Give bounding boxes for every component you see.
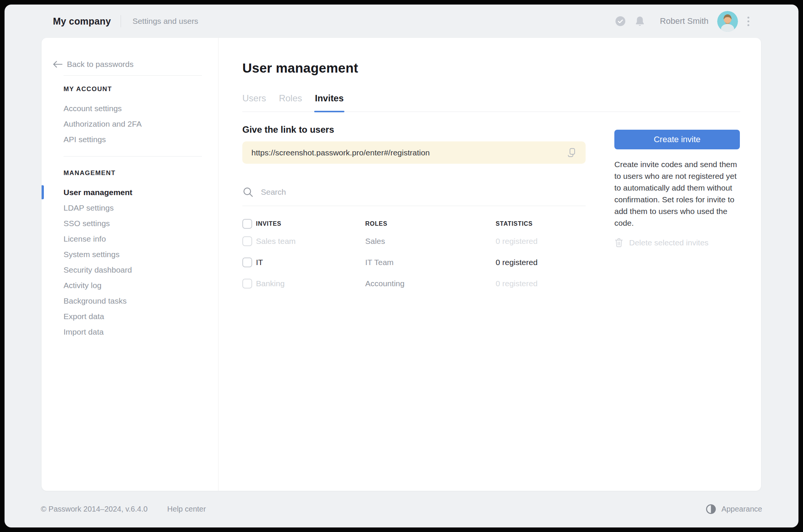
column-header-statistics: STATISTICS bbox=[496, 220, 586, 227]
sidebar-item-ldap-settings[interactable]: LDAP settings bbox=[64, 200, 211, 216]
invite-statistics: 0 registered bbox=[496, 279, 586, 288]
delete-label: Delete selected invites bbox=[629, 238, 708, 247]
footer-left: © Passwork 2014–2024, v.6.4.0 Help cente… bbox=[41, 505, 206, 513]
sidebar-item-api-settings[interactable]: API settings bbox=[64, 132, 211, 147]
tab-users[interactable]: Users bbox=[242, 93, 266, 112]
company-name: My company bbox=[53, 16, 111, 27]
page-title: User management bbox=[242, 60, 740, 76]
kebab-menu-icon[interactable] bbox=[746, 15, 751, 28]
search-icon bbox=[242, 186, 254, 198]
sidebar-item-account-settings[interactable]: Account settings bbox=[64, 101, 211, 116]
footer: © Passwork 2014–2024, v.6.4.0 Help cente… bbox=[41, 491, 762, 527]
copy-link-icon[interactable] bbox=[565, 146, 578, 159]
sidebar-heading-management: MANAGEMENT bbox=[64, 169, 116, 177]
back-label: Back to passwords bbox=[67, 60, 133, 69]
topbar: My company Settings and users Robert Smi… bbox=[5, 5, 798, 38]
sidebar-item-background-tasks[interactable]: Background tasks bbox=[64, 293, 211, 309]
invite-statistics: 0 registered bbox=[496, 258, 586, 267]
invites-table: INVITES ROLES STATISTICS Sales team Sale… bbox=[242, 217, 586, 294]
invite-statistics: 0 registered bbox=[496, 237, 586, 246]
avatar[interactable] bbox=[717, 11, 738, 32]
topbar-right: Robert Smith bbox=[615, 11, 751, 32]
topbar-left: My company Settings and users bbox=[53, 15, 198, 27]
sidebar: Back to passwords MY ACCOUNT Account set… bbox=[42, 38, 219, 491]
sidebar-item-user-management[interactable]: User management bbox=[64, 185, 211, 200]
invite-role: Sales bbox=[365, 237, 496, 246]
appearance-contrast-icon bbox=[706, 504, 716, 514]
help-center-link[interactable]: Help center bbox=[167, 505, 206, 513]
tab-roles[interactable]: Roles bbox=[279, 93, 302, 112]
sidebar-item-sso-settings[interactable]: SSO settings bbox=[64, 216, 211, 231]
sidebar-item-authorization-2fa[interactable]: Authorization and 2FA bbox=[64, 116, 211, 132]
sidebar-divider bbox=[64, 156, 202, 157]
status-check-icon[interactable] bbox=[615, 16, 625, 26]
sidebar-item-export-data[interactable]: Export data bbox=[64, 309, 211, 324]
table-row: Banking Accounting 0 registered bbox=[242, 273, 586, 294]
sidebar-group-management: User management LDAP settings SSO settin… bbox=[64, 185, 211, 340]
topbar-subtitle: Settings and users bbox=[132, 17, 198, 26]
column-header-roles: ROLES bbox=[365, 220, 496, 227]
sidebar-heading-my-account: MY ACCOUNT bbox=[64, 85, 112, 93]
app-window: My company Settings and users Robert Smi… bbox=[5, 5, 798, 527]
user-name[interactable]: Robert Smith bbox=[660, 16, 708, 26]
row-checkbox[interactable] bbox=[242, 279, 252, 288]
copyright-text: © Passwork 2014–2024, v.6.4.0 bbox=[41, 505, 147, 513]
column-header-invites: INVITES bbox=[256, 220, 281, 227]
appearance-toggle[interactable]: Appearance bbox=[706, 504, 762, 514]
active-indicator bbox=[42, 185, 44, 199]
main-card: Back to passwords MY ACCOUNT Account set… bbox=[42, 38, 761, 491]
sidebar-item-activity-log[interactable]: Activity log bbox=[64, 278, 211, 293]
invite-name: Sales team bbox=[256, 237, 296, 246]
sidebar-item-security-dashboard[interactable]: Security dashboard bbox=[64, 262, 211, 278]
row-checkbox[interactable] bbox=[242, 236, 252, 246]
row-checkbox[interactable] bbox=[242, 257, 252, 267]
search-input[interactable] bbox=[261, 188, 586, 197]
trash-icon bbox=[614, 237, 623, 248]
tab-bar: Users Roles Invites bbox=[242, 93, 740, 112]
table-row: IT IT Team 0 registered bbox=[242, 252, 586, 273]
registration-link-box: https://screenshot.passwork.pro/enter#/r… bbox=[242, 141, 586, 164]
sidebar-divider bbox=[64, 75, 202, 76]
tab-invites[interactable]: Invites bbox=[315, 93, 344, 112]
sidebar-item-label: User management bbox=[64, 188, 132, 197]
sidebar-group-my-account: Account settings Authorization and 2FA A… bbox=[64, 101, 211, 147]
appearance-label: Appearance bbox=[721, 505, 762, 513]
back-to-passwords-link[interactable]: Back to passwords bbox=[53, 60, 133, 69]
topbar-divider bbox=[121, 15, 121, 27]
invite-name: IT bbox=[256, 258, 263, 267]
invite-role: IT Team bbox=[365, 258, 496, 267]
back-arrow-icon bbox=[53, 60, 62, 68]
create-invite-button[interactable]: Create invite bbox=[614, 130, 740, 149]
select-all-checkbox[interactable] bbox=[242, 219, 252, 229]
delete-selected-invites-button[interactable]: Delete selected invites bbox=[614, 237, 740, 248]
notifications-bell-icon[interactable] bbox=[635, 16, 645, 27]
content-area: User management Users Roles Invites Give… bbox=[219, 38, 761, 491]
table-row: Sales team Sales 0 registered bbox=[242, 231, 586, 252]
search-row bbox=[242, 185, 586, 200]
invite-name: Banking bbox=[256, 279, 285, 288]
sidebar-item-license-info[interactable]: License info bbox=[64, 231, 211, 247]
invite-side-panel: Create invite Create invite codes and se… bbox=[614, 130, 740, 248]
invite-description: Create invite codes and send them to use… bbox=[614, 158, 740, 229]
table-header-row: INVITES ROLES STATISTICS bbox=[242, 217, 586, 231]
registration-link-value[interactable]: https://screenshot.passwork.pro/enter#/r… bbox=[251, 148, 565, 157]
invite-role: Accounting bbox=[365, 279, 496, 288]
sidebar-item-system-settings[interactable]: System settings bbox=[64, 247, 211, 262]
search-divider bbox=[242, 206, 586, 206]
sidebar-item-import-data[interactable]: Import data bbox=[64, 324, 211, 340]
